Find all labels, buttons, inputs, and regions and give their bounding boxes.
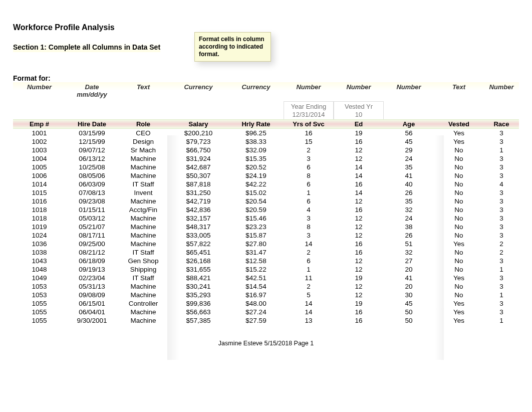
cell-emp: 1053 (13, 291, 66, 299)
col-header: Hire Date (66, 120, 118, 128)
cell-emp: 1036 (13, 240, 66, 248)
cell-emp: 1005 (13, 163, 66, 171)
cell-rate: $20.54 (228, 197, 284, 205)
table-row: 10559/30/2001Machine$57,385$27.59131650Y… (13, 316, 519, 325)
cell-vested: No (434, 223, 484, 231)
cell-yrs: 6 (284, 180, 334, 188)
cell-ed: 19 (334, 299, 384, 308)
cell-yrs: 3 (284, 154, 334, 163)
cell-vested: Yes (434, 274, 484, 282)
cell-age: 41 (384, 274, 434, 282)
cell-hire: 08/17/11 (66, 231, 118, 240)
page-title: Workforce Profile Analysis (13, 23, 519, 32)
cell-yrs: 2 (284, 282, 334, 291)
cell-hire: 9/30/2001 (66, 316, 118, 325)
cell-rate: $15.22 (228, 265, 284, 274)
cell-role: Machine (118, 240, 168, 248)
cell-age: 24 (384, 154, 434, 163)
cell-age: 26 (384, 231, 434, 240)
cell-salary: $32,157 (168, 214, 228, 223)
cell-role: Machine (118, 214, 168, 223)
cell-role: Controller (118, 299, 168, 308)
cell-rate: $23.23 (228, 223, 284, 231)
cell-emp: 1019 (13, 223, 66, 231)
cell-salary: $26,168 (168, 257, 228, 265)
col-header: Yrs of Svc (284, 120, 334, 128)
table-row: 101406/03/09IT Staff$87,818$42.2261640No… (13, 180, 519, 188)
cell-hire: 10/25/08 (66, 163, 118, 171)
format-type: Currency (228, 83, 284, 91)
cell-salary: $65,451 (168, 248, 228, 257)
cell-role: Machine (118, 231, 168, 240)
cell-vested: No (434, 214, 484, 223)
table-row: 102408/17/11Machine$33,005$15.8731226No3 (13, 231, 519, 240)
cell-salary: $57,385 (168, 316, 228, 325)
cell-emp: 1001 (13, 129, 66, 137)
cell-ed: 19 (334, 129, 384, 137)
cell-ed: 12 (334, 231, 384, 240)
table-row: 101609/23/08Machine$42,719$20.5461235No3 (13, 197, 519, 205)
cell-emp: 1018 (13, 214, 66, 223)
cell-age: 20 (384, 265, 434, 274)
cell-vested: No (434, 265, 484, 274)
cell-salary: $33,005 (168, 231, 228, 240)
format-type: Text (434, 83, 484, 91)
cell-yrs: 15 (284, 137, 334, 146)
cell-emp: 1004 (13, 154, 66, 163)
cell-ed: 16 (334, 240, 384, 248)
table-row: 101507/08/13Invent$31,250$15.0211426No3 (13, 188, 519, 197)
cell-salary: $42,836 (168, 205, 228, 214)
cell-vested: No (434, 171, 484, 180)
cell-vested: No (434, 180, 484, 188)
cell-role: Machine (118, 223, 168, 231)
cell-rate: $38.33 (228, 137, 284, 146)
cell-race: 3 (484, 274, 519, 282)
meta-ed: Vested Yr10 (334, 101, 384, 119)
cell-emp: 1048 (13, 265, 66, 274)
cell-yrs: 6 (284, 197, 334, 205)
col-header: Emp # (13, 120, 66, 128)
cell-emp: 1049 (13, 274, 66, 282)
cell-ed: 16 (334, 180, 384, 188)
cell-salary: $88,421 (168, 274, 228, 282)
cell-emp: 1055 (13, 299, 66, 308)
cell-hire: 05/21/07 (66, 223, 118, 231)
cell-age: 35 (384, 197, 434, 205)
cell-yrs: 13 (284, 316, 334, 325)
cell-ed: 12 (334, 265, 384, 274)
cell-ed: 12 (334, 146, 384, 154)
cell-race: 3 (484, 171, 519, 180)
cell-hire: 07/08/13 (66, 188, 118, 197)
cell-age: 50 (384, 316, 434, 325)
date-format: mm/dd/yy (66, 91, 118, 98)
meta-yrs: Year Ending12/31/2014 (284, 101, 334, 119)
cell-vested: No (434, 188, 484, 197)
format-type: Number (334, 83, 384, 91)
cell-age: 50 (384, 308, 434, 316)
table-row: 100510/25/08Machine$42,687$20.5261435No3 (13, 163, 519, 171)
cell-rate: $15.35 (228, 154, 284, 163)
cell-hire: 06/03/09 (66, 180, 118, 188)
table-row: 101905/21/07Machine$48,317$23.2381238No3 (13, 223, 519, 231)
cell-yrs: 8 (284, 171, 334, 180)
cell-emp: 1053 (13, 282, 66, 291)
cell-ed: 14 (334, 163, 384, 171)
cell-emp: 1002 (13, 137, 66, 146)
cell-role: Acctg/Fin (118, 205, 168, 214)
cell-age: 41 (384, 171, 434, 180)
cell-hire: 06/18/09 (66, 257, 118, 265)
table-row: 105305/31/13Machine$30,241$14.5421220No3 (13, 282, 519, 291)
cell-race: 3 (484, 188, 519, 197)
cell-yrs: 2 (284, 248, 334, 257)
cell-race: 3 (484, 137, 519, 146)
format-type: Number (13, 83, 66, 91)
format-types-row: Number Date Text Currency Currency Numbe… (13, 82, 519, 91)
cell-yrs: 3 (284, 231, 334, 240)
format-subline: mm/dd/yy (13, 91, 519, 98)
cell-vested: Yes (434, 129, 484, 137)
cell-vested: Yes (434, 316, 484, 325)
cell-role: Invent (118, 188, 168, 197)
cell-race: 2 (484, 248, 519, 257)
cell-race: 3 (484, 163, 519, 171)
table-row: 104902/23/04IT Staff$88,421$42.51111941Y… (13, 274, 519, 282)
